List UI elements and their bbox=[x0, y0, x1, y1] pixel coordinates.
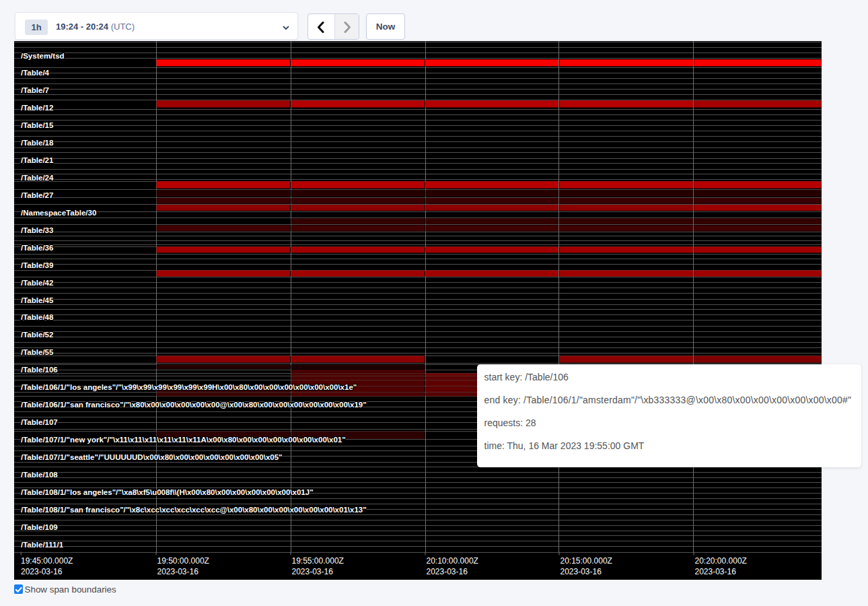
svg-text:/Table/7: /Table/7 bbox=[21, 86, 49, 94]
svg-text:20:20:00.000Z: 20:20:00.000Z bbox=[695, 556, 747, 566]
svg-text:/Table/108: /Table/108 bbox=[21, 471, 58, 479]
svg-text:2023-03-16: 2023-03-16 bbox=[157, 567, 199, 576]
svg-text:/Table/18: /Table/18 bbox=[21, 139, 54, 147]
svg-text:/Table/107/1/"new york"/"\x11\: /Table/107/1/"new york"/"\x11\x11\x11\x1… bbox=[21, 436, 346, 444]
svg-text:19:45:00.000Z: 19:45:00.000Z bbox=[21, 556, 73, 566]
svg-text:/Table/4: /Table/4 bbox=[21, 69, 50, 77]
svg-text:19:55:00.000Z: 19:55:00.000Z bbox=[292, 556, 344, 566]
svg-text:2023-03-16: 2023-03-16 bbox=[560, 567, 602, 576]
svg-text:2023-03-16: 2023-03-16 bbox=[21, 567, 63, 576]
svg-text:/Table/48: /Table/48 bbox=[21, 313, 54, 321]
svg-text:/Table/106/1/"san francisco"/": /Table/106/1/"san francisco"/"\x80\x00\x… bbox=[21, 401, 367, 409]
svg-text:/Table/36: /Table/36 bbox=[21, 244, 53, 252]
svg-text:/Table/21: /Table/21 bbox=[21, 156, 54, 164]
svg-text:/NamespaceTable/30: /NamespaceTable/30 bbox=[21, 209, 96, 217]
svg-text:/Table/107/1/"seattle"/"UUUUUU: /Table/107/1/"seattle"/"UUUUUUD\x00\x80\… bbox=[21, 453, 283, 461]
svg-text:/Table/106: /Table/106 bbox=[21, 366, 58, 374]
svg-text:/Table/27: /Table/27 bbox=[21, 191, 53, 199]
svg-text:/Table/111/1: /Table/111/1 bbox=[21, 541, 64, 549]
svg-text:20:15:00.000Z: 20:15:00.000Z bbox=[560, 556, 612, 566]
svg-text:2023-03-16: 2023-03-16 bbox=[695, 567, 737, 576]
svg-text:/Table/42: /Table/42 bbox=[21, 279, 53, 287]
svg-text:/Table/39: /Table/39 bbox=[21, 261, 53, 269]
svg-text:/Table/106/1/"los angeles"/"\x: /Table/106/1/"los angeles"/"\x99\x99\x99… bbox=[21, 383, 357, 391]
svg-text:/Table/109: /Table/109 bbox=[21, 523, 58, 531]
svg-text:2023-03-16: 2023-03-16 bbox=[427, 567, 468, 576]
svg-text:/Table/33: /Table/33 bbox=[21, 226, 53, 234]
svg-text:/Table/108/1/"san francisco"/": /Table/108/1/"san francisco"/"\x8c\xcc\x… bbox=[21, 506, 367, 514]
svg-text:2023-03-16: 2023-03-16 bbox=[292, 567, 334, 576]
svg-text:20:10:00.000Z: 20:10:00.000Z bbox=[427, 556, 478, 566]
svg-text:/Table/55: /Table/55 bbox=[21, 348, 54, 356]
svg-text:/Table/108/1/"los angeles"/"\x: /Table/108/1/"los angeles"/"\xa8\xf5\u00… bbox=[21, 488, 314, 496]
svg-text:/Table/52: /Table/52 bbox=[21, 331, 53, 339]
svg-text:/Table/45: /Table/45 bbox=[21, 296, 54, 304]
svg-text:19:50:00.000Z: 19:50:00.000Z bbox=[157, 556, 209, 566]
svg-text:/Table/107: /Table/107 bbox=[21, 418, 58, 426]
svg-text:/System/tsd: /System/tsd bbox=[21, 52, 65, 60]
svg-text:/Table/15: /Table/15 bbox=[21, 121, 54, 129]
svg-text:/Table/24: /Table/24 bbox=[21, 174, 54, 182]
svg-text:/Table/12: /Table/12 bbox=[21, 104, 53, 112]
